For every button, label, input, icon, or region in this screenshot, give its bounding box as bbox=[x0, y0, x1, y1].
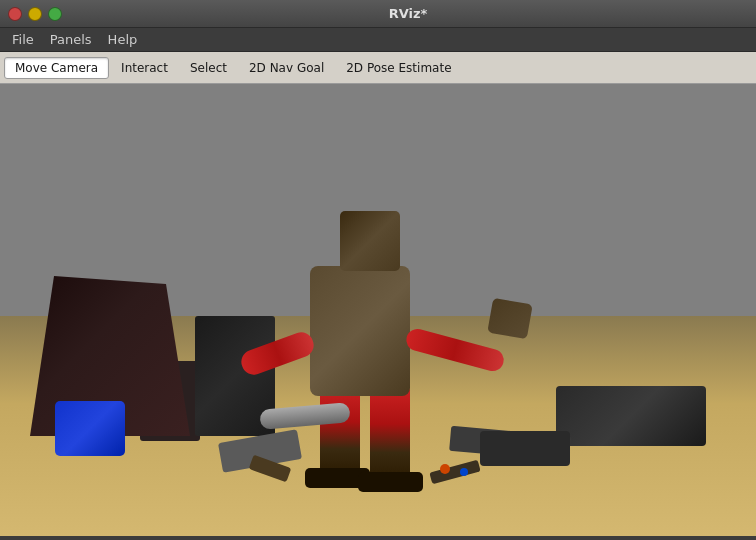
robot-leg-right bbox=[370, 386, 410, 481]
small-debris-1 bbox=[440, 464, 450, 474]
blue-vehicle bbox=[55, 401, 125, 456]
maximize-button[interactable] bbox=[48, 7, 62, 21]
select-button[interactable]: Select bbox=[180, 58, 237, 78]
menu-help[interactable]: Help bbox=[100, 30, 146, 49]
2d-pose-estimate-button[interactable]: 2D Pose Estimate bbox=[336, 58, 461, 78]
scene-container bbox=[0, 84, 756, 536]
menu-file[interactable]: File bbox=[4, 30, 42, 49]
robot-head bbox=[340, 211, 400, 271]
minimize-button[interactable] bbox=[28, 7, 42, 21]
toolbar: Move Camera Interact Select 2D Nav Goal … bbox=[0, 52, 756, 84]
3d-viewport[interactable] bbox=[0, 84, 756, 536]
robot-torso bbox=[310, 266, 410, 396]
robot-hand-right bbox=[487, 298, 532, 339]
menu-bar: File Panels Help bbox=[0, 28, 756, 52]
title-bar: RViz* bbox=[0, 0, 756, 28]
robot-leg-left bbox=[320, 386, 360, 476]
small-debris-2 bbox=[460, 468, 468, 476]
2d-nav-goal-button[interactable]: 2D Nav Goal bbox=[239, 58, 334, 78]
menu-panels[interactable]: Panels bbox=[42, 30, 100, 49]
robot-foot-right bbox=[358, 472, 423, 492]
window-title: RViz* bbox=[68, 6, 748, 21]
interact-button[interactable]: Interact bbox=[111, 58, 178, 78]
move-camera-button[interactable]: Move Camera bbox=[4, 57, 109, 79]
debris-3 bbox=[480, 431, 570, 466]
close-button[interactable] bbox=[8, 7, 22, 21]
debris-right bbox=[556, 386, 706, 446]
